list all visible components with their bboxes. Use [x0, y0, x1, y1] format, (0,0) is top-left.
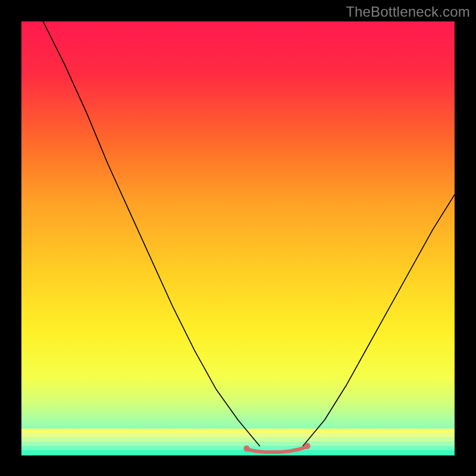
chart-svg	[0, 0, 476, 476]
plot-area	[21, 21, 455, 455]
chart-container: TheBottleneck.com	[0, 0, 476, 476]
band	[21, 450, 455, 456]
chart-bottom-bands	[21, 428, 455, 455]
watermark-text: TheBottleneck.com	[346, 4, 470, 20]
valley-endpoint-marker	[243, 446, 249, 452]
valley-endpoint-marker	[304, 443, 310, 449]
